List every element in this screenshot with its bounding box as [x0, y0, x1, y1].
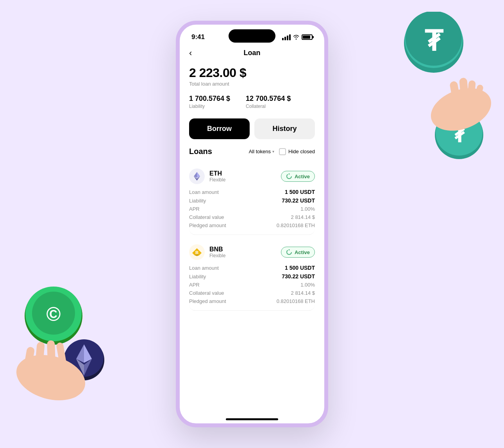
bnb-icon-svg: B	[191, 247, 202, 258]
collateral-label: Collateral	[246, 104, 291, 109]
eth-loan-amount-label: Loan amount	[189, 189, 219, 195]
eth-apr-value: 1.00%	[300, 206, 315, 212]
hide-closed-label: Hide closed	[288, 149, 315, 154]
svg-point-39	[287, 250, 291, 254]
eth-loan-details: Loan amount 1 500 USDT Liability 730.22 …	[189, 189, 315, 228]
active-spinner-icon	[286, 173, 292, 179]
filter-tokens-button[interactable]: All tokens ▾	[249, 149, 274, 154]
tab-bar: Borrow History	[189, 118, 315, 139]
status-time: 9:41	[191, 33, 205, 41]
home-indicator	[226, 418, 278, 420]
loan-card-bnb-header: B BNB Flexible Active	[189, 244, 315, 260]
bnb-apr-label: APR	[189, 282, 200, 288]
svg-text:B: B	[195, 250, 198, 255]
liability-stat: 1 700.5764 $ Liability	[189, 95, 230, 109]
eth-active-badge: Active	[281, 171, 315, 182]
bnb-pledged-label: Pledged amount	[189, 298, 226, 304]
bnb-active-badge: Active	[281, 247, 315, 258]
hand-right-illustration	[383, 31, 492, 156]
bnb-liability-label: Liability	[189, 274, 206, 280]
eth-pledged-row: Pledged amount 0.82010168 ETH	[189, 222, 315, 228]
main-content: 2 223.00 $ Total loan amount 1 700.5764 …	[180, 62, 324, 315]
status-icons	[282, 34, 313, 40]
bnb-token-text: BNB Flexible	[209, 246, 225, 258]
eth-loan-amount-value: 1 500 USDT	[285, 189, 315, 195]
collateral-value: 12 700.5764 $	[246, 95, 291, 103]
eth-collateral-label: Collateral value	[189, 214, 224, 220]
page-header: ‹ Loan	[180, 44, 324, 62]
svg-point-40	[288, 249, 290, 251]
eth-collateral-value: 2 814.14 $	[291, 214, 315, 220]
filter-arrow-icon: ▾	[272, 149, 274, 154]
loan-card-eth[interactable]: ETH Flexible Active Loan amount	[189, 162, 315, 235]
eth-token-icon	[189, 168, 205, 184]
bnb-collateral-value: 2 814.14 $	[291, 290, 315, 296]
eth-apr-row: APR 1.00%	[189, 206, 315, 212]
eth-collateral-row: Collateral value 2 814.14 $	[189, 214, 315, 220]
eth-liability-row: Liability 730.22 USDT	[189, 197, 315, 204]
page-title: Loan	[244, 49, 261, 57]
bnb-liability-row: Liability 730.22 USDT	[189, 273, 315, 280]
hide-closed-toggle[interactable]: Hide closed	[279, 148, 315, 155]
bnb-apr-row: APR 1.00%	[189, 282, 315, 288]
eth-icon-svg	[191, 171, 202, 182]
bnb-active-spinner-icon	[286, 249, 292, 255]
loans-header: Loans All tokens ▾ Hide closed	[189, 147, 315, 156]
eth-token-text: ETH Flexible	[209, 170, 225, 183]
filter-tokens-label: All tokens	[249, 149, 271, 154]
bnb-pledged-value: 0.82010168 ETH	[277, 298, 315, 304]
eth-token-type: Flexible	[209, 177, 225, 183]
bnb-token-type: Flexible	[209, 253, 225, 258]
svg-point-32	[287, 174, 291, 179]
svg-point-33	[288, 174, 290, 175]
bnb-loan-amount-row: Loan amount 1 500 USDT	[189, 265, 315, 271]
bnb-loan-amount-value: 1 500 USDT	[285, 265, 315, 271]
phone-screen: 9:41 ‹ Loan	[176, 21, 328, 427]
phone-container: 9:41 ‹ Loan	[176, 21, 328, 427]
bnb-loan-amount-label: Loan amount	[189, 265, 219, 271]
tab-history[interactable]: History	[254, 118, 315, 139]
eth-status-label: Active	[295, 174, 310, 179]
eth-token-info: ETH Flexible	[189, 168, 225, 184]
eth-token-name: ETH	[209, 170, 225, 177]
hide-closed-checkbox[interactable]	[279, 148, 286, 155]
eth-loan-amount-row: Loan amount 1 500 USDT	[189, 189, 315, 195]
total-amount: 2 223.00 $	[189, 66, 315, 80]
liability-label: Liability	[189, 104, 230, 109]
bnb-loan-details: Loan amount 1 500 USDT Liability 730.22 …	[189, 265, 315, 304]
bnb-token-name: BNB	[209, 246, 225, 253]
hand-left-illustration	[4, 284, 121, 417]
eth-liability-value: 730.22 USDT	[282, 197, 315, 204]
loan-card-eth-header: ETH Flexible Active	[189, 168, 315, 184]
bnb-token-icon: B	[189, 244, 205, 260]
bnb-collateral-row: Collateral value 2 814.14 $	[189, 290, 315, 296]
eth-liability-label: Liability	[189, 198, 206, 204]
collateral-stat: 12 700.5764 $ Collateral	[246, 95, 291, 109]
loan-card-bnb[interactable]: B BNB Flexible Active	[189, 238, 315, 311]
bnb-token-info: B BNB Flexible	[189, 244, 225, 260]
loans-title: Loans	[189, 147, 212, 156]
bnb-pledged-row: Pledged amount 0.82010168 ETH	[189, 298, 315, 304]
svg-rect-27	[47, 340, 56, 371]
eth-pledged-label: Pledged amount	[189, 222, 226, 228]
battery-icon	[302, 34, 313, 40]
tab-borrow[interactable]: Borrow	[189, 118, 250, 139]
eth-pledged-value: 0.82010168 ETH	[277, 222, 315, 228]
loans-filters: All tokens ▾ Hide closed	[249, 148, 315, 155]
liability-value: 1 700.5764 $	[189, 95, 230, 103]
eth-apr-label: APR	[189, 206, 200, 212]
bnb-liability-value: 730.22 USDT	[282, 273, 315, 280]
stats-row: 1 700.5764 $ Liability 12 700.5764 $ Col…	[189, 95, 315, 109]
total-label: Total loan amount	[189, 81, 315, 87]
svg-marker-31	[197, 172, 200, 178]
bnb-status-label: Active	[295, 249, 310, 255]
bnb-apr-value: 1.00%	[300, 282, 315, 288]
wifi-icon	[293, 35, 299, 39]
signal-icon	[282, 34, 291, 40]
back-button[interactable]: ‹	[189, 48, 192, 58]
bnb-collateral-label: Collateral value	[189, 290, 224, 296]
dynamic-island	[229, 29, 275, 43]
